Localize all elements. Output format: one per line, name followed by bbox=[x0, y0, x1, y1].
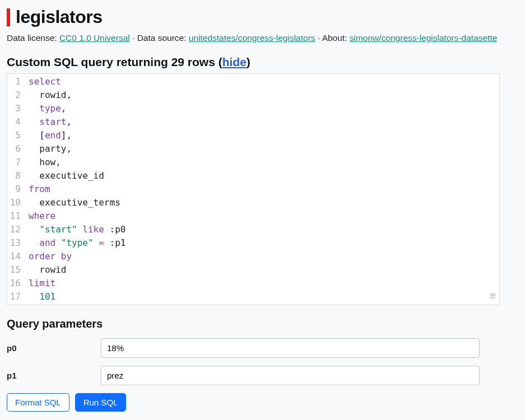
param-label-p0: p0 bbox=[7, 343, 101, 353]
page-title: legislators bbox=[7, 7, 518, 27]
meta-line: Data license: CC0 1.0 Universal · Data s… bbox=[7, 33, 518, 43]
line-number: 15 bbox=[7, 263, 23, 277]
license-label: Data license: bbox=[7, 33, 59, 43]
query-parameters-title: Query parameters bbox=[7, 318, 518, 330]
code-line: rowid bbox=[29, 263, 497, 277]
param-row: p1 bbox=[7, 366, 518, 385]
line-number: 6 bbox=[7, 142, 23, 156]
line-number: 1 bbox=[7, 75, 23, 88]
code-line: "start" like :p0 bbox=[29, 223, 497, 236]
code-line: from bbox=[29, 183, 497, 196]
code-line: executive_terms bbox=[29, 196, 497, 209]
line-number: 16 bbox=[7, 277, 23, 290]
about-label: About: bbox=[322, 33, 350, 43]
license-link[interactable]: CC0 1.0 Universal bbox=[59, 33, 130, 43]
line-number: 11 bbox=[7, 209, 23, 223]
sql-code-area[interactable]: select rowid, type, start, [end], party,… bbox=[26, 74, 499, 305]
page-title-text: legislators bbox=[16, 7, 103, 27]
param-input-p1[interactable] bbox=[101, 366, 480, 385]
code-line: rowid, bbox=[29, 88, 497, 102]
line-number: 7 bbox=[7, 156, 23, 169]
button-row: Format SQL Run SQL bbox=[7, 393, 518, 412]
code-line: select bbox=[29, 75, 497, 88]
line-number: 2 bbox=[7, 88, 23, 102]
line-number: 9 bbox=[7, 183, 23, 196]
code-line: type, bbox=[29, 102, 497, 115]
code-line: [end], bbox=[29, 129, 497, 142]
line-number: 3 bbox=[7, 102, 23, 115]
run-sql-button[interactable]: Run SQL bbox=[75, 393, 127, 412]
code-line: where bbox=[29, 209, 497, 223]
line-number: 12 bbox=[7, 223, 23, 236]
param-row: p0 bbox=[7, 338, 518, 358]
line-number: 14 bbox=[7, 250, 23, 263]
param-label-p1: p1 bbox=[7, 371, 101, 380]
code-line: limit bbox=[29, 277, 497, 290]
source-label: Data source: bbox=[137, 33, 189, 43]
line-number: 5 bbox=[7, 129, 23, 142]
hide-link[interactable]: hide bbox=[222, 55, 247, 68]
line-number: 10 bbox=[7, 196, 23, 209]
sql-editor[interactable]: 1234567891011121314151617 select rowid, … bbox=[7, 73, 500, 305]
code-line: how, bbox=[29, 156, 497, 169]
line-number-gutter: 1234567891011121314151617 bbox=[7, 74, 26, 305]
code-line: party, bbox=[29, 142, 497, 156]
about-link[interactable]: simonw/congress-legislators-datasette bbox=[350, 33, 498, 43]
format-sql-button[interactable]: Format SQL bbox=[7, 393, 69, 412]
line-number: 8 bbox=[7, 169, 23, 183]
source-link[interactable]: unitedstates/congress-legislators bbox=[189, 33, 315, 43]
code-line: start, bbox=[29, 115, 497, 129]
query-title-suffix: ) bbox=[247, 55, 250, 68]
separator-1: · bbox=[132, 33, 137, 43]
query-status-title: Custom SQL query returning 29 rows (hide… bbox=[7, 55, 518, 69]
param-input-p0[interactable] bbox=[101, 338, 480, 358]
code-line: order by bbox=[29, 250, 497, 263]
line-number: 4 bbox=[7, 115, 23, 129]
line-number: 13 bbox=[7, 236, 23, 250]
separator-2: · bbox=[318, 33, 322, 43]
resize-handle-icon[interactable]: ≡ bbox=[490, 289, 496, 302]
code-line: 101 bbox=[29, 290, 497, 304]
query-title-prefix: Custom SQL query returning 29 rows ( bbox=[7, 55, 222, 68]
code-line: executive_id bbox=[29, 169, 497, 183]
code-line: and "type" = :p1 bbox=[29, 236, 497, 250]
line-number: 17 bbox=[7, 290, 23, 304]
